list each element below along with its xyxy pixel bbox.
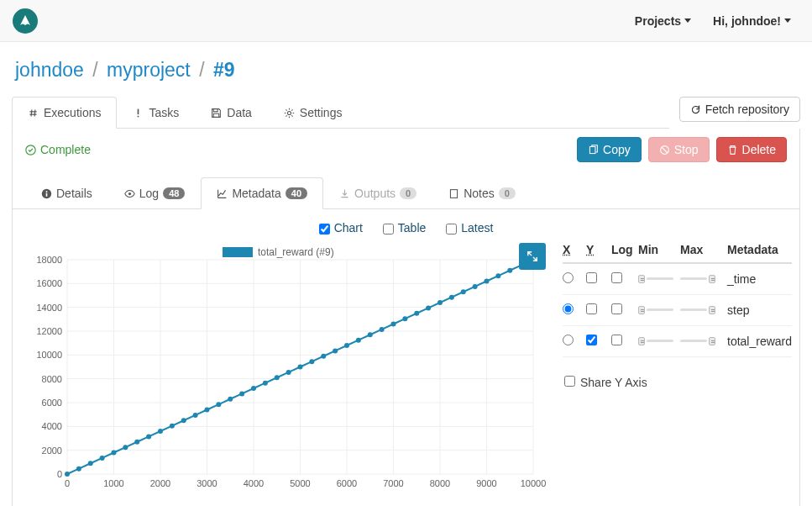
button-label: Fetch repository [705, 103, 789, 116]
refresh-icon [690, 104, 701, 115]
subtab-outputs[interactable]: Outputs 0 [323, 177, 432, 209]
button-label: Delete [742, 143, 776, 156]
subtab-label: Metadata [232, 187, 280, 200]
svg-text:0: 0 [65, 478, 70, 488]
chart-icon [217, 188, 228, 199]
svg-rect-9 [46, 191, 48, 192]
view-latest-toggle[interactable]: Latest [446, 221, 493, 235]
tab-label: Executions [44, 106, 101, 119]
log-checkbox[interactable] [611, 335, 622, 345]
breadcrumb-run[interactable]: #9 [213, 59, 235, 81]
fetch-repository-button[interactable]: Fetch repository [679, 97, 800, 122]
breadcrumb-project[interactable]: myproject [107, 59, 191, 81]
svg-text:6000: 6000 [42, 398, 62, 408]
min-slider[interactable] [638, 304, 673, 314]
subtab-badge: 0 [400, 187, 416, 199]
svg-point-10 [128, 192, 131, 194]
svg-point-68 [228, 397, 233, 402]
x-radio[interactable] [563, 272, 574, 283]
col-log: Log [611, 243, 638, 256]
svg-point-85 [426, 305, 431, 310]
min-slider[interactable] [638, 335, 673, 345]
subtab-details[interactable]: Details [25, 177, 108, 209]
output-icon [339, 188, 350, 199]
svg-text:2000: 2000 [150, 478, 170, 488]
x-radio[interactable] [563, 335, 574, 345]
col-y[interactable]: Y [586, 243, 611, 256]
delete-button[interactable]: Delete [716, 137, 787, 162]
svg-point-58 [112, 451, 117, 456]
copy-button[interactable]: Copy [577, 137, 642, 162]
stop-button[interactable]: Stop [648, 137, 710, 162]
svg-point-83 [402, 316, 407, 321]
nav-projects-label: Projects [635, 14, 681, 28]
save-icon [211, 108, 222, 119]
svg-text:12000: 12000 [36, 326, 62, 336]
max-slider[interactable] [680, 304, 715, 314]
svg-point-82 [391, 322, 396, 327]
svg-point-54 [65, 472, 70, 477]
subtab-label: Notes [464, 187, 495, 200]
svg-point-63 [170, 424, 175, 429]
svg-text:16000: 16000 [36, 278, 62, 288]
tab-data[interactable]: Data [195, 97, 268, 129]
log-checkbox[interactable] [611, 303, 622, 314]
metadata-row-_time: _time [563, 264, 792, 295]
svg-text:4000: 4000 [42, 421, 62, 431]
svg-point-3 [287, 111, 291, 114]
svg-point-56 [88, 461, 93, 466]
svg-point-88 [461, 289, 466, 294]
svg-point-61 [146, 434, 151, 439]
svg-point-65 [193, 413, 198, 418]
note-icon [448, 188, 459, 199]
subtab-badge: 40 [286, 187, 307, 199]
svg-point-69 [239, 391, 244, 396]
max-slider[interactable] [680, 335, 715, 345]
tab-settings[interactable]: Settings [268, 97, 359, 129]
min-slider[interactable] [638, 273, 673, 283]
copy-icon [588, 145, 599, 155]
svg-point-86 [437, 300, 443, 305]
view-table-toggle[interactable]: Table [383, 221, 426, 235]
tab-label: Tasks [149, 106, 179, 119]
caret-down-icon [684, 18, 691, 23]
subtab-badge: 0 [499, 187, 516, 199]
svg-point-90 [485, 279, 490, 284]
share-y-axis-toggle[interactable]: Share Y Axis [564, 376, 647, 389]
stop-icon [659, 145, 670, 155]
status-badge: Complete [25, 143, 91, 156]
svg-point-62 [158, 429, 163, 434]
svg-point-78 [344, 343, 349, 348]
breadcrumb-user[interactable]: johndoe [15, 59, 84, 81]
y-checkbox[interactable] [586, 303, 597, 314]
logo[interactable] [13, 8, 38, 34]
nav-projects-dropdown[interactable]: Projects [626, 8, 699, 34]
max-slider[interactable] [680, 273, 715, 283]
svg-rect-94 [223, 247, 253, 257]
svg-rect-11 [451, 189, 458, 198]
svg-text:8000: 8000 [42, 374, 62, 384]
y-checkbox[interactable] [586, 335, 597, 345]
y-checkbox[interactable] [586, 272, 597, 283]
col-x[interactable]: X [563, 243, 586, 256]
button-label: Stop [674, 143, 699, 156]
col-metadata: Metadata [722, 243, 792, 256]
eye-icon [124, 188, 135, 199]
subtab-label: Details [56, 187, 92, 200]
subtab-metadata[interactable]: Metadata 40 [201, 177, 323, 209]
svg-text:10000: 10000 [521, 478, 546, 488]
tab-tasks[interactable]: Tasks [117, 97, 195, 129]
x-radio[interactable] [563, 303, 574, 314]
tab-executions[interactable]: Executions [12, 97, 117, 129]
controls-header: X Y Log Min Max Metadata [563, 243, 792, 264]
metadata-name: total_reward [722, 335, 792, 348]
subtab-notes[interactable]: Notes 0 [432, 177, 532, 209]
nav-user-dropdown[interactable]: Hi, johndoe! [705, 8, 799, 34]
svg-text:18000: 18000 [36, 255, 62, 265]
svg-point-92 [507, 268, 512, 273]
view-chart-toggle[interactable]: Chart [319, 221, 363, 235]
exclamation-icon [133, 108, 144, 119]
subtab-log[interactable]: Log 48 [108, 177, 202, 209]
expand-chart-button[interactable] [519, 243, 546, 270]
log-checkbox[interactable] [611, 272, 622, 283]
